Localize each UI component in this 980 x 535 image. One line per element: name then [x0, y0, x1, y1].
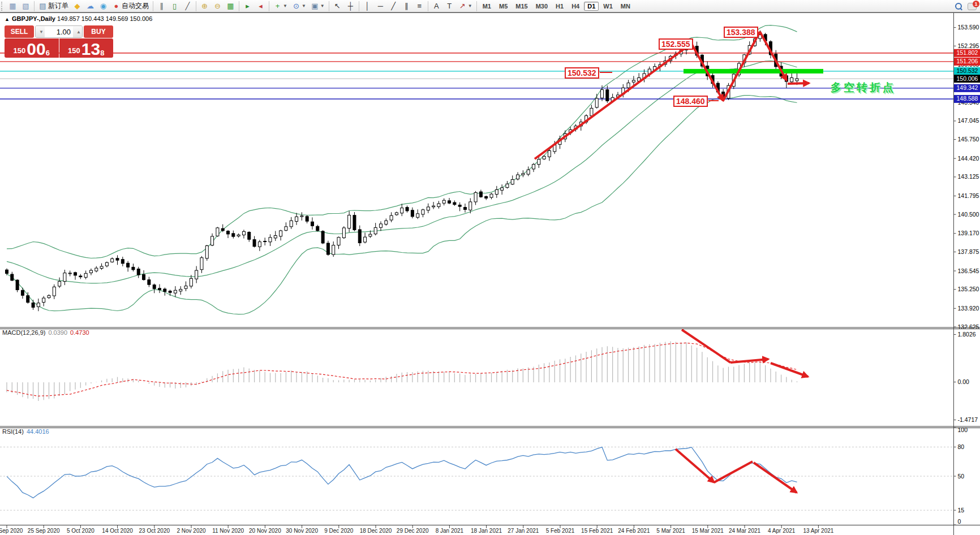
- support-zone-bar[interactable]: [684, 69, 823, 74]
- toolbar-separator: [34, 1, 35, 11]
- candlestick-button[interactable]: ▯: [168, 0, 181, 12]
- price-tick-label: 139.170: [958, 230, 979, 236]
- autotrading-button[interactable]: ●自动交易: [110, 0, 151, 12]
- zoom-in-button[interactable]: ⊕: [198, 0, 211, 12]
- search-icon[interactable]: [955, 3, 962, 10]
- cursor-button[interactable]: ↖: [331, 0, 344, 12]
- price-label-148460[interactable]: 148.460: [673, 96, 708, 107]
- price-badge: 149.342: [957, 84, 978, 91]
- chevron-down-icon[interactable]: ▼: [283, 3, 287, 8]
- buy-price-head: 150: [68, 45, 80, 57]
- date-label: 2 Nov 2020: [177, 528, 206, 534]
- rsi-trend-arrows[interactable]: [676, 449, 797, 493]
- mt4-window: ▦▧▤新订单◆☁◉●自动交易∥▯╱⊕⊖▦▸◂+▼⊙▼▣▼↖┼│─╱∥≡AT↗▼M…: [0, 0, 980, 535]
- indicators-icon: +: [273, 1, 282, 11]
- toolbar-separator: [428, 1, 428, 11]
- volume-input[interactable]: [45, 26, 73, 37]
- notifications-icon[interactable]: 1: [968, 3, 977, 10]
- price-badge: 151.206: [957, 58, 978, 64]
- rsi-label: RSI(14)44.4016: [2, 428, 49, 435]
- macd-scale-label: 1.8026: [958, 331, 976, 338]
- zoom-out-button[interactable]: ⊖: [211, 0, 224, 12]
- templates-button[interactable]: ▣▼: [308, 0, 327, 12]
- new-order-button[interactable]: ▤新订单: [36, 0, 71, 12]
- timeframe-m1[interactable]: M1: [479, 2, 495, 11]
- price-label-153388[interactable]: 153.388: [724, 27, 758, 38]
- signals-button[interactable]: ◉: [97, 0, 110, 12]
- date-label: 13 Apr 2021: [803, 528, 833, 534]
- price-label-150532[interactable]: 150.532: [565, 67, 599, 79]
- arrows-icon: ↗: [458, 1, 467, 11]
- toolbar-separator: [329, 1, 329, 11]
- new-chart-button[interactable]: ▦: [6, 0, 19, 12]
- trend-arrows[interactable]: [535, 32, 809, 159]
- date-label: 16 Sep 2020: [0, 528, 23, 534]
- volume-stepper: ▼ ▲: [35, 25, 83, 38]
- date-label: 9 Dec 2020: [324, 528, 354, 534]
- crosshair-button[interactable]: ┼: [344, 0, 357, 12]
- chart-shift-icon: ◂: [256, 1, 265, 11]
- toolbar-separator: [153, 1, 153, 11]
- date-label: 29 Dec 2020: [397, 528, 429, 534]
- periods-button[interactable]: ⊙▼: [290, 0, 308, 12]
- line-chart-button[interactable]: ╱: [181, 0, 194, 12]
- toolbar-separator: [196, 1, 196, 11]
- trendline-button[interactable]: ╱: [387, 0, 400, 12]
- new-chart-icon: ▦: [8, 1, 17, 11]
- buy-button[interactable]: BUY: [84, 25, 113, 38]
- deposit-icon: ◆: [73, 1, 81, 11]
- fibonacci-icon: ≡: [415, 1, 424, 11]
- sell-price[interactable]: 150006: [5, 38, 59, 58]
- fibonacci-button[interactable]: ≡: [413, 0, 426, 12]
- indicators-button[interactable]: +▼: [271, 0, 290, 12]
- text-button[interactable]: A: [430, 0, 443, 12]
- channel-button[interactable]: ∥: [400, 0, 413, 12]
- timeframe-h4[interactable]: H4: [568, 2, 583, 11]
- date-label: 11 Nov 2020: [212, 528, 244, 534]
- timeframe-m5[interactable]: M5: [496, 2, 511, 11]
- text-label-button[interactable]: T: [443, 0, 456, 12]
- bar-chart-button[interactable]: ∥: [155, 0, 168, 12]
- chevron-down-icon[interactable]: ▼: [468, 3, 472, 8]
- macd-signal-value: 0.4730: [70, 329, 89, 336]
- price-tick-label: 133.920: [958, 305, 979, 312]
- sell-button[interactable]: SELL: [5, 25, 34, 38]
- rsi-line: [7, 447, 797, 498]
- chart-profiles-button[interactable]: ▧: [19, 0, 32, 12]
- marketwatch-button[interactable]: ☁: [84, 0, 97, 12]
- deposit-button[interactable]: ◆: [71, 0, 84, 12]
- date-label: 8 Jan 2021: [436, 528, 464, 534]
- timeframe-d1[interactable]: D1: [584, 2, 599, 11]
- buy-price-sup: 8: [100, 50, 104, 56]
- timeframe-m15[interactable]: M15: [512, 2, 531, 11]
- chart-ohlc-values: 149.857 150.443 149.569 150.006: [57, 15, 152, 22]
- toolbar-right: 1: [955, 0, 977, 12]
- volume-up-button[interactable]: ▲: [73, 26, 82, 37]
- horizontal-level-lines[interactable]: [0, 53, 953, 99]
- horizontal-line-button[interactable]: ─: [374, 0, 387, 12]
- buy-price[interactable]: 150138: [59, 38, 114, 58]
- chart-shift-button[interactable]: ◂: [254, 0, 267, 12]
- price-tick-label: 136.545: [958, 268, 979, 274]
- date-label: 5 Mar 2021: [656, 528, 685, 534]
- chart-symbol-title: GBPJPY-,Daily: [12, 15, 55, 22]
- trendline-icon: ╱: [389, 1, 398, 11]
- line-chart-icon: ╱: [183, 1, 192, 11]
- vertical-line-button[interactable]: │: [361, 0, 374, 12]
- timeframe-h1[interactable]: H1: [552, 2, 567, 11]
- macd-trend-arrows[interactable]: [682, 330, 808, 377]
- arrows-button[interactable]: ↗▼: [456, 0, 475, 12]
- timeframe-mn[interactable]: MN: [617, 2, 634, 11]
- collapse-icon[interactable]: ▲: [5, 16, 10, 22]
- timeframe-w1[interactable]: W1: [600, 2, 616, 11]
- chart-area[interactable]: 153.590152.295150.965148.340147.045145.7…: [0, 12, 980, 535]
- auto-scroll-button[interactable]: ▸: [241, 0, 254, 12]
- turning-point-note[interactable]: 多空转折点: [831, 80, 896, 95]
- tile-windows-button[interactable]: ▦: [224, 0, 237, 12]
- volume-down-button[interactable]: ▼: [36, 26, 45, 37]
- chevron-down-icon[interactable]: ▼: [320, 3, 325, 8]
- chevron-down-icon[interactable]: ▼: [302, 3, 306, 8]
- timeframe-m30[interactable]: M30: [532, 2, 551, 11]
- price-label-152555[interactable]: 152.555: [659, 38, 693, 50]
- price-tick-label: 152.295: [958, 42, 979, 49]
